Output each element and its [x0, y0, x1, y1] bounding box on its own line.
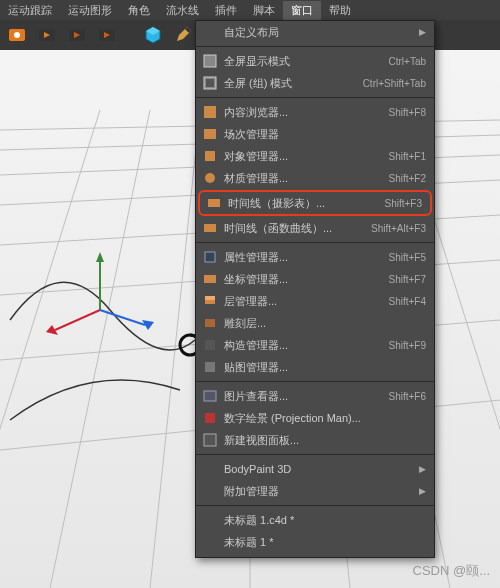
menu-plugins[interactable]: 插件 — [207, 1, 245, 20]
fcurve-icon — [202, 220, 218, 236]
watermark: CSDN @颐... — [413, 562, 490, 580]
window-group-icon — [202, 75, 218, 91]
svg-rect-48 — [204, 391, 216, 401]
svg-rect-34 — [206, 79, 214, 87]
svg-rect-46 — [205, 340, 215, 350]
menu-pipeline[interactable]: 流水线 — [158, 1, 207, 20]
material-icon — [202, 170, 218, 186]
svg-marker-26 — [96, 252, 104, 262]
menu-script[interactable]: 脚本 — [245, 1, 283, 20]
coord-icon — [202, 271, 218, 287]
svg-line-29 — [100, 310, 145, 325]
menu-timeline-fcurve[interactable]: 时间线（函数曲线）...Shift+Alt+F3 — [196, 217, 434, 239]
menu-additional-managers[interactable]: 附加管理器▶ — [196, 480, 434, 502]
svg-rect-42 — [204, 275, 216, 283]
menu-picture-viewer[interactable]: 图片查看器...Shift+F6 — [196, 385, 434, 407]
menu-custom-layout[interactable]: 自定义布局▶ — [196, 21, 434, 43]
texture-icon — [202, 359, 218, 375]
structure-icon — [202, 337, 218, 353]
layer-icon — [202, 293, 218, 309]
axis-gizmo[interactable] — [40, 250, 160, 350]
window-menu-dropdown: 自定义布局▶ 全屏显示模式Ctrl+Tab 全屏 (组) 模式Ctrl+Shif… — [195, 20, 435, 558]
menu-fullscreen[interactable]: 全屏显示模式Ctrl+Tab — [196, 50, 434, 72]
menu-doc-1[interactable]: 未标题 1.c4d * — [196, 509, 434, 531]
menu-window[interactable]: 窗口 — [283, 1, 321, 20]
menu-new-view-panel[interactable]: 新建视图面板... — [196, 429, 434, 451]
menu-structure-manager[interactable]: 构造管理器...Shift+F9 — [196, 334, 434, 356]
menu-motion-tracking[interactable]: 运动跟踪 — [0, 1, 60, 20]
projection-icon — [202, 410, 218, 426]
record-button[interactable] — [3, 22, 31, 48]
sculpt-icon — [202, 315, 218, 331]
attribute-icon — [202, 249, 218, 265]
svg-rect-49 — [205, 413, 215, 423]
svg-rect-50 — [204, 434, 216, 446]
svg-rect-41 — [205, 252, 215, 262]
svg-rect-32 — [204, 55, 216, 67]
play-button[interactable] — [63, 22, 91, 48]
window-icon — [202, 53, 218, 69]
menu-motion-graphics[interactable]: 运动图形 — [60, 1, 120, 20]
take-icon — [202, 126, 218, 142]
svg-rect-43 — [205, 300, 215, 304]
svg-rect-39 — [208, 199, 220, 207]
svg-rect-47 — [205, 362, 215, 372]
menu-projection-man[interactable]: 数字绘景 (Projection Man)... — [196, 407, 434, 429]
key-button[interactable] — [93, 22, 121, 48]
menu-coordinate-manager[interactable]: 坐标管理器...Shift+F7 — [196, 268, 434, 290]
timeline-icon — [206, 195, 222, 211]
menu-attribute-manager[interactable]: 属性管理器...Shift+F5 — [196, 246, 434, 268]
cube-icon — [202, 148, 218, 164]
svg-rect-45 — [205, 319, 215, 327]
pen-icon[interactable] — [169, 22, 197, 48]
menu-material-manager[interactable]: 材质管理器...Shift+F2 — [196, 167, 434, 189]
menu-layer-manager[interactable]: 层管理器...Shift+F4 — [196, 290, 434, 312]
svg-rect-37 — [205, 151, 215, 161]
menubar: 运动跟踪 运动图形 角色 流水线 插件 脚本 窗口 帮助 — [0, 0, 500, 20]
menu-character[interactable]: 角色 — [120, 1, 158, 20]
menu-timeline-dopesheet[interactable]: 时间线（摄影表）...Shift+F3 — [198, 190, 432, 216]
menu-help[interactable]: 帮助 — [321, 1, 359, 20]
svg-rect-40 — [204, 224, 216, 232]
menu-bodypaint[interactable]: BodyPaint 3D▶ — [196, 458, 434, 480]
menu-doc-2[interactable]: 未标题 1 * — [196, 531, 434, 553]
panel-icon — [202, 432, 218, 448]
menu-fullscreen-group[interactable]: 全屏 (组) 模式Ctrl+Shift+Tab — [196, 72, 434, 94]
svg-rect-36 — [204, 129, 216, 139]
svg-rect-35 — [204, 106, 216, 118]
svg-point-1 — [14, 32, 20, 38]
menu-content-browser[interactable]: 内容浏览器...Shift+F8 — [196, 101, 434, 123]
picture-icon — [202, 388, 218, 404]
cube-icon[interactable] — [139, 22, 167, 48]
menu-take-manager[interactable]: 场次管理器 — [196, 123, 434, 145]
menu-object-manager[interactable]: 对象管理器...Shift+F1 — [196, 145, 434, 167]
browser-icon — [202, 104, 218, 120]
svg-rect-44 — [205, 296, 215, 300]
autokey-button[interactable] — [33, 22, 61, 48]
menu-sculpt-layers[interactable]: 雕刻层... — [196, 312, 434, 334]
menu-texture-manager[interactable]: 贴图管理器... — [196, 356, 434, 378]
svg-point-38 — [205, 173, 215, 183]
svg-line-27 — [55, 310, 100, 330]
